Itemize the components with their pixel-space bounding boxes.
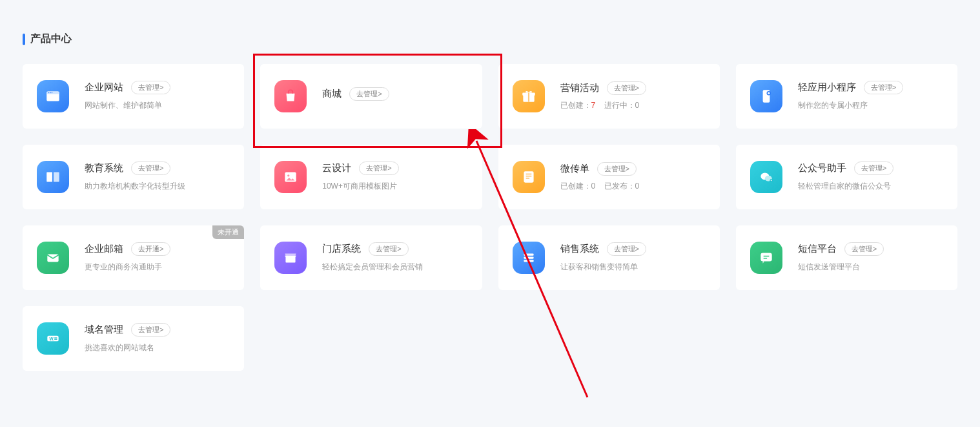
card-desc: 轻松管理自家的微信公众号: [798, 180, 943, 193]
manage-button[interactable]: 去管理>: [359, 161, 398, 175]
card-title: 商城: [322, 88, 342, 100]
svg-rect-21: [524, 256, 533, 258]
card-sales[interactable]: 销售系统 去管理> 让获客和销售变得简单: [498, 225, 720, 290]
card-mall[interactable]: 商城 去管理>: [260, 64, 482, 129]
stat-created-value: 0: [591, 182, 596, 191]
svg-rect-15: [526, 178, 529, 179]
stat-running-value: 0: [635, 101, 640, 110]
svg-rect-12: [524, 171, 533, 182]
manage-button[interactable]: 去管理>: [854, 161, 893, 175]
svg-point-4: [52, 92, 53, 94]
svg-rect-14: [526, 176, 531, 177]
image-icon: [274, 161, 307, 193]
manage-button[interactable]: 去管理>: [607, 242, 646, 256]
manage-button[interactable]: 去管理>: [131, 323, 170, 337]
svg-rect-28: [54, 337, 57, 338]
card-title: 企业邮箱: [85, 243, 123, 255]
open-button[interactable]: 去开通>: [131, 242, 170, 256]
manage-button[interactable]: 去管理>: [369, 242, 408, 256]
svg-text:W.: W.: [50, 337, 55, 341]
card-title: 销售系统: [560, 243, 599, 255]
card-marketing[interactable]: 营销活动 去管理> 已创建：7 进行中：0: [498, 64, 720, 129]
card-stats: 已创建：0 已发布：0: [560, 181, 706, 192]
svg-point-3: [50, 92, 51, 94]
manage-button[interactable]: 去管理>: [131, 161, 170, 175]
card-desc: 10W+可商用模板图片: [322, 180, 467, 193]
card-stats: 已创建：7 进行中：0: [560, 100, 706, 111]
card-store[interactable]: 门店系统 去管理> 轻松搞定会员管理和会员营销: [260, 225, 482, 290]
card-wechat[interactable]: 公众号助手 去管理> 轻松管理自家的微信公众号: [736, 145, 957, 209]
phone-app-icon: [750, 80, 782, 112]
card-title: 云设计: [322, 162, 351, 174]
stat-published-value: 0: [635, 182, 640, 191]
manage-button[interactable]: 去管理>: [864, 81, 903, 94]
card-desc: 短信发送管理平台: [798, 261, 943, 273]
manage-button[interactable]: 去管理>: [131, 81, 170, 94]
card-desc: 网站制作、维护都简单: [85, 99, 230, 112]
shopping-bag-icon: [274, 80, 307, 112]
browser-window-icon: [37, 80, 69, 112]
card-desc: 轻松搞定会员管理和会员营销: [322, 261, 467, 273]
card-title: 公众号助手: [798, 162, 846, 174]
card-title: 短信平台: [798, 243, 837, 255]
svg-rect-22: [524, 260, 533, 262]
card-domain[interactable]: W. 域名管理 去管理> 挑选喜欢的网站域名: [23, 306, 244, 371]
card-desc: 挑选喜欢的网站域名: [85, 342, 230, 354]
book-icon: [37, 161, 69, 193]
product-grid: 企业网站 去管理> 网站制作、维护都简单 商城 去管理>: [23, 64, 957, 371]
svg-rect-13: [526, 174, 531, 175]
card-title: 微传单: [560, 163, 589, 175]
card-title: 营销活动: [560, 82, 599, 94]
unopened-badge: 未开通: [212, 225, 244, 239]
manage-button[interactable]: 去管理>: [597, 162, 637, 176]
card-desc: 更专业的商务沟通助手: [85, 261, 230, 273]
svg-rect-23: [761, 253, 771, 261]
card-miniapp[interactable]: 轻应用小程序 去管理> 制作您的专属小程序: [736, 64, 957, 129]
manage-button[interactable]: 去管理>: [607, 81, 646, 95]
gift-icon: [513, 80, 545, 112]
card-sms[interactable]: 短信平台 去管理> 短信发送管理平台: [736, 225, 957, 290]
section-title-text: 产品中心: [30, 32, 72, 46]
card-design[interactable]: 云设计 去管理> 10W+可商用模板图片: [260, 145, 482, 209]
svg-rect-25: [763, 258, 766, 259]
page-icon: [513, 161, 545, 193]
chat-bubble-icon: [750, 242, 782, 274]
manage-button[interactable]: 去管理>: [349, 87, 389, 101]
section-title: 产品中心: [23, 32, 957, 46]
envelope-icon: [37, 242, 69, 274]
card-title: 域名管理: [85, 324, 123, 336]
card-title: 轻应用小程序: [798, 81, 856, 94]
card-title: 门店系统: [322, 243, 361, 255]
stat-published-label: 已发布：: [604, 182, 635, 191]
card-desc: 助力教培机构数字化转型升级: [85, 180, 230, 193]
card-flyer[interactable]: 微传单 去管理> 已创建：0 已发布：0: [498, 145, 720, 209]
list-bars-icon: [513, 242, 545, 274]
card-title: 企业网站: [85, 81, 123, 94]
stat-created-label: 已创建：: [560, 182, 591, 191]
stat-created-value: 7: [591, 101, 596, 110]
section-title-bar: [23, 34, 25, 45]
card-mail[interactable]: 未开通 企业邮箱 去开通> 更专业的商务沟通助手: [23, 225, 244, 290]
stat-created-label: 已创建：: [560, 101, 591, 110]
svg-point-11: [287, 174, 289, 176]
card-desc: 让获客和销售变得简单: [560, 261, 706, 273]
svg-rect-24: [763, 256, 769, 257]
manage-button[interactable]: 去管理>: [844, 242, 884, 256]
card-website[interactable]: 企业网站 去管理> 网站制作、维护都简单: [23, 64, 244, 129]
storefront-icon: [274, 242, 307, 274]
card-edu[interactable]: 教育系统 去管理> 助力教培机构数字化转型升级: [23, 145, 244, 209]
svg-rect-7: [527, 93, 529, 102]
svg-point-2: [48, 92, 50, 94]
card-title: 教育系统: [85, 162, 123, 174]
domain-tag-icon: W.: [37, 322, 69, 355]
wechat-icon: [750, 161, 782, 193]
svg-rect-29: [54, 339, 57, 340]
stat-running-label: 进行中：: [604, 101, 635, 110]
svg-rect-20: [524, 254, 533, 256]
card-desc: 制作您的专属小程序: [798, 99, 943, 112]
